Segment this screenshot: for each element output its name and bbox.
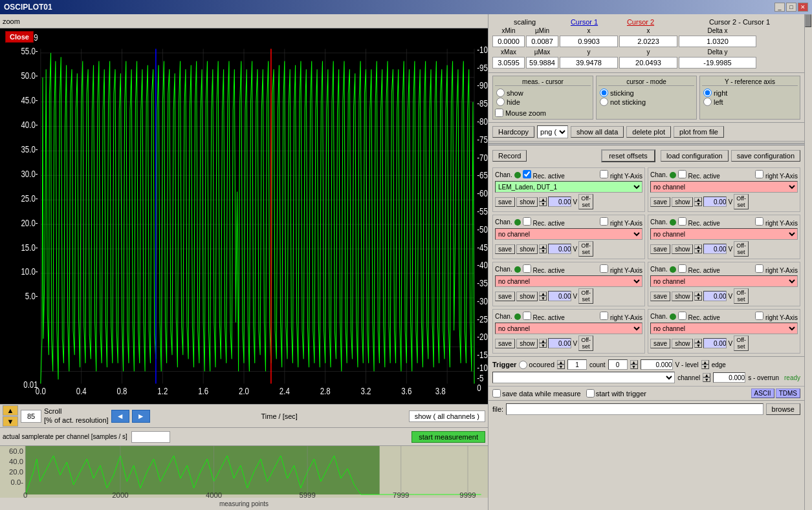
channel-8-show-button[interactable]: show <box>672 339 693 348</box>
x2-value[interactable] <box>619 36 677 47</box>
trigger-soverrun-spin-up[interactable]: ▲ <box>703 373 710 377</box>
meas-cursor-show-option[interactable]: show <box>496 89 523 97</box>
channel-4-show-button[interactable]: show <box>672 244 693 254</box>
channel-3-show-button[interactable]: show <box>516 244 538 254</box>
channel-7-save-button[interactable]: save <box>495 339 515 348</box>
channel-8-offset-button[interactable]: Off-set <box>734 335 749 351</box>
tdms-button[interactable]: TDMS <box>776 388 800 398</box>
channel-1-spin-down[interactable]: ▼ <box>539 202 547 206</box>
channel-2-value-input[interactable] <box>703 197 727 207</box>
start-with-trigger-checkbox[interactable] <box>586 389 595 398</box>
trigger-channel-select[interactable] <box>492 372 675 383</box>
scroll-thumb[interactable] <box>805 14 811 27</box>
channel-4-spin-up[interactable]: ▲ <box>694 244 702 249</box>
scroll-down-button[interactable]: ▼ <box>3 416 18 427</box>
channel-5-spin-down[interactable]: ▼ <box>539 296 547 301</box>
channel-8-value-input[interactable] <box>703 338 727 348</box>
channel-1-name-select[interactable]: LEM_Laden, DUT_1 <box>495 181 642 193</box>
trigger-count-spin-down[interactable]: ▼ <box>557 365 565 369</box>
channel-7-right-y[interactable]: right Y-Axis <box>600 312 642 321</box>
xmin-value[interactable] <box>492 36 525 47</box>
close-button[interactable]: Close <box>5 31 34 43</box>
channel-5-offset-button[interactable]: Off-set <box>578 288 593 304</box>
channel-3-name-select[interactable]: no channel <box>495 228 642 240</box>
channel-1-save-button[interactable]: save <box>495 197 515 207</box>
trigger-vlevel-spin-up[interactable]: ▲ <box>630 360 638 365</box>
ymin-value[interactable] <box>526 36 558 47</box>
trigger-count-spin-up[interactable]: ▲ <box>557 360 565 365</box>
trigger-vlevel-input[interactable] <box>641 359 673 370</box>
deltax-value[interactable] <box>679 36 756 47</box>
channel-6-spin-up[interactable]: ▲ <box>694 292 702 296</box>
show-all-data-button[interactable]: show all data <box>571 126 624 138</box>
channel-5-rec-active[interactable]: Rec. active <box>523 264 565 274</box>
reset-offsets-button[interactable]: reset offsets <box>601 149 655 162</box>
start-with-trigger-option[interactable]: start with trigger <box>586 389 646 398</box>
channel-6-right-y[interactable]: right Y-Axis <box>755 264 798 274</box>
channel-8-save-button[interactable]: save <box>650 339 670 348</box>
trigger-vlevel-spin-down[interactable]: ▼ <box>630 365 638 369</box>
start-measurement-button[interactable]: start measurement <box>411 431 485 443</box>
maximize-button[interactable]: □ <box>786 3 796 12</box>
channel-5-spin-up[interactable]: ▲ <box>539 292 547 296</box>
channel-7-offset-button[interactable]: Off-set <box>578 335 593 351</box>
ascii-button[interactable]: ASCII <box>751 388 774 398</box>
channel-8-name-select[interactable]: no channel <box>650 323 798 334</box>
channel-8-spin-down[interactable]: ▼ <box>694 343 702 348</box>
left-radio[interactable] <box>703 98 712 106</box>
channel-1-value-input[interactable] <box>548 197 571 207</box>
mouse-zoom-option[interactable]: Mouse zoom <box>495 109 591 117</box>
not-sticking-radio[interactable] <box>600 98 608 106</box>
channel-4-value-input[interactable] <box>703 244 727 254</box>
channel-3-spin-up[interactable]: ▲ <box>539 244 547 249</box>
channel-1-offset-button[interactable]: Off-set <box>578 194 593 209</box>
channel-7-spin-down[interactable]: ▼ <box>539 343 547 348</box>
channel-3-offset-button[interactable]: Off-set <box>578 241 593 257</box>
channel-4-rec-active[interactable]: Rec. active <box>678 217 720 227</box>
meas-cursor-hide-radio[interactable] <box>496 98 505 106</box>
channel-1-spin-up[interactable]: ▲ <box>539 197 547 202</box>
channel-6-show-button[interactable]: show <box>672 292 693 301</box>
channel-8-right-y[interactable]: right Y-Axis <box>755 312 798 321</box>
channel-4-right-y[interactable]: right Y-Axis <box>755 217 798 227</box>
right-radio[interactable] <box>703 89 712 97</box>
channel-2-right-y[interactable]: right Y-Axis <box>755 170 798 180</box>
channel-4-spin-down[interactable]: ▼ <box>694 249 702 253</box>
meas-cursor-show-radio[interactable] <box>496 89 505 97</box>
channel-1-show-button[interactable]: show <box>516 197 538 207</box>
y2-value[interactable] <box>619 57 677 69</box>
deltay-value[interactable] <box>679 57 756 69</box>
scroll-left-button[interactable]: ◄ <box>111 410 129 423</box>
trigger-count-num-input[interactable] <box>608 359 628 370</box>
channel-3-spin-down[interactable]: ▼ <box>539 249 547 253</box>
channel-6-offset-button[interactable]: Off-set <box>734 288 749 304</box>
save-while-measure-checkbox[interactable] <box>492 389 501 398</box>
channel-7-rec-active[interactable]: Rec. active <box>523 312 565 321</box>
channel-2-spin-up[interactable]: ▲ <box>694 197 702 202</box>
scroll-percent-input[interactable] <box>21 410 41 423</box>
save-while-measure-option[interactable]: save data while measure <box>492 389 581 398</box>
channel-2-spin-down[interactable]: ▼ <box>694 202 702 206</box>
trigger-soverrun-spin-down[interactable]: ▼ <box>703 377 710 382</box>
minimize-button[interactable]: _ <box>774 3 785 12</box>
meas-cursor-hide-option[interactable]: hide <box>496 98 520 106</box>
channel-1-rec-active[interactable]: Rec. active <box>523 170 565 180</box>
channel-4-save-button[interactable]: save <box>650 244 670 254</box>
channel-3-value-input[interactable] <box>548 244 571 254</box>
show-channels-button[interactable]: show ( all channels ) <box>409 410 485 422</box>
scroll-up-button[interactable]: ▲ <box>3 405 18 416</box>
channel-2-name-select[interactable]: no channel <box>650 181 798 193</box>
trigger-soverrun-input[interactable] <box>713 372 745 383</box>
close-window-button[interactable]: ✕ <box>798 3 808 12</box>
load-config-button[interactable]: load configuration <box>661 150 729 162</box>
samplerate-input[interactable]: 2000 <box>131 431 170 443</box>
channel-8-rec-active[interactable]: Rec. active <box>678 312 720 321</box>
trigger-edge-spin-up[interactable]: ▲ <box>701 360 709 365</box>
channel-5-right-y[interactable]: right Y-Axis <box>600 264 642 274</box>
channel-3-rec-active[interactable]: Rec. active <box>523 217 565 227</box>
x1-value[interactable] <box>560 36 618 47</box>
channel-6-name-select[interactable]: no channel <box>650 275 798 287</box>
channel-1-right-y[interactable]: right Y-Axis <box>600 170 642 180</box>
file-path-input[interactable] <box>506 403 763 415</box>
trigger-occurred-option[interactable]: ocoured <box>519 361 554 369</box>
